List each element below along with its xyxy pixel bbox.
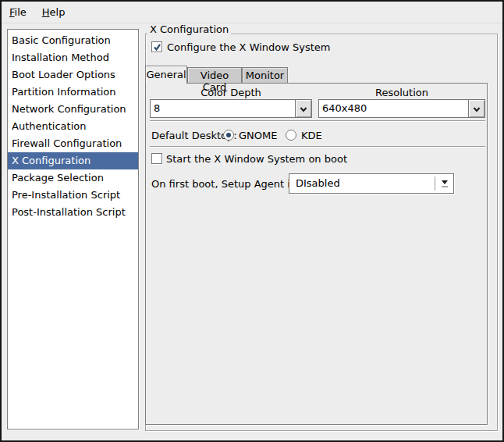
chevron-down-icon bbox=[473, 103, 481, 115]
menu-file[interactable]: File bbox=[2, 2, 34, 23]
menu-help-rest: elp bbox=[50, 6, 66, 18]
resolution-value[interactable]: 640x480 bbox=[318, 99, 468, 118]
resolution-dropdown-button[interactable] bbox=[468, 99, 485, 118]
color-depth-value[interactable]: 8 bbox=[150, 99, 295, 118]
sidebar-item-basic-configuration[interactable]: Basic Configuration bbox=[8, 32, 138, 49]
menu-help[interactable]: Help bbox=[34, 2, 73, 23]
setup-agent-dropdown[interactable]: DIsabled bbox=[289, 173, 454, 194]
resolution-combobox: 640x480 bbox=[318, 99, 485, 118]
sidebar-item-package-selection[interactable]: Package Selection bbox=[8, 169, 138, 187]
color-depth-dropdown-button[interactable] bbox=[295, 99, 312, 118]
sidebar-item-partition-information[interactable]: Partition Information bbox=[8, 84, 138, 101]
menu-file-rest: ile bbox=[15, 6, 27, 18]
sidebar-item-x-configuration[interactable]: X Configuration bbox=[8, 152, 138, 169]
category-list: Basic Configuration Installation Method … bbox=[7, 29, 139, 430]
menu-bar: File Help bbox=[2, 2, 502, 23]
separator bbox=[150, 120, 485, 122]
menu-help-mnemonic: H bbox=[42, 6, 50, 18]
setup-agent-label: On first boot, Setup Agent is: bbox=[151, 178, 299, 191]
configure-x-checkbox-label: Configure the X Window System bbox=[167, 41, 331, 54]
tab-general[interactable]: General bbox=[145, 66, 187, 84]
frame-title: X Configuration bbox=[147, 23, 231, 36]
sidebar-item-firewall-configuration[interactable]: Firewall Configuration bbox=[8, 135, 138, 152]
radio-selected-dot bbox=[226, 133, 231, 137]
radio-gnome-label: GNOME bbox=[239, 130, 277, 142]
tab-monitor[interactable]: Monitor bbox=[242, 67, 288, 83]
sidebar-item-authentication[interactable]: Authentication bbox=[8, 118, 138, 135]
chevron-down-icon bbox=[300, 103, 307, 115]
option-menu-arrow-icon bbox=[440, 180, 449, 187]
color-depth-combobox: 8 bbox=[150, 99, 312, 118]
sidebar-item-network-configuration[interactable]: Network Configuration bbox=[8, 101, 138, 118]
separator bbox=[150, 146, 485, 148]
start-x-on-boot-label: Start the X Window System on boot bbox=[166, 153, 347, 166]
radio-kde-label: KDE bbox=[301, 130, 322, 142]
tab-monitor-label: Monitor bbox=[243, 68, 287, 81]
tab-video-card[interactable]: Video Card bbox=[187, 67, 242, 83]
dropdown-divider bbox=[435, 176, 436, 191]
start-x-on-boot-checkbox[interactable] bbox=[151, 153, 162, 164]
color-depth-label: Color Depth bbox=[150, 87, 312, 98]
sidebar-item-boot-loader-options[interactable]: Boot Loader Options bbox=[8, 66, 138, 84]
tab-general-label: General bbox=[146, 66, 186, 80]
sidebar-item-post-installation-script[interactable]: Post-Installation Script bbox=[8, 204, 138, 221]
resolution-label: Resolution bbox=[318, 87, 485, 98]
radio-kde[interactable] bbox=[286, 130, 296, 141]
sidebar-item-installation-method[interactable]: Installation Method bbox=[8, 49, 138, 66]
kickstart-configurator-window: File Help Basic Configuration Installati… bbox=[0, 0, 504, 442]
setup-agent-value: DIsabled bbox=[289, 174, 435, 193]
radio-gnome[interactable] bbox=[223, 130, 234, 141]
configure-x-checkbox[interactable] bbox=[151, 41, 162, 52]
sidebar-item-pre-installation-script[interactable]: Pre-Installation Script bbox=[8, 187, 138, 204]
